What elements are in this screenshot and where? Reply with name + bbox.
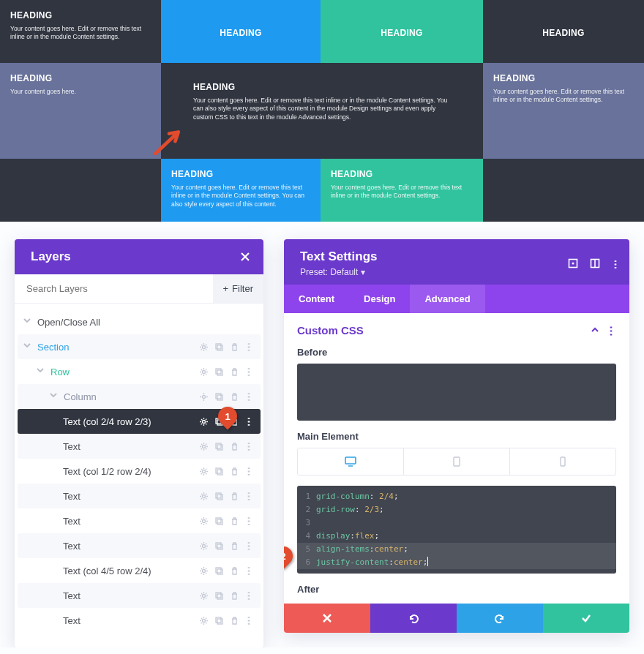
section-custom-css[interactable]: Custom CSS ⋯ (284, 313, 629, 347)
trash-icon[interactable] (230, 541, 239, 551)
undo-button[interactable] (370, 604, 457, 633)
svg-rect-22 (216, 518, 221, 523)
duplicate-icon[interactable] (214, 392, 224, 402)
cancel-button[interactable] (284, 604, 370, 633)
svg-rect-13 (216, 443, 221, 448)
svg-rect-42 (561, 457, 565, 466)
more-icon[interactable]: ⋯ (245, 492, 255, 501)
trash-icon[interactable] (230, 367, 239, 377)
more-icon[interactable]: ⋯ (245, 516, 255, 526)
duplicate-icon[interactable] (214, 492, 224, 501)
caret-down-icon (23, 317, 34, 327)
duplicate-icon[interactable] (214, 541, 224, 551)
svg-point-21 (203, 519, 206, 522)
duplicate-icon[interactable] (214, 367, 224, 377)
more-icon[interactable]: ⋯ (245, 467, 255, 476)
tab-content[interactable]: Content (284, 285, 349, 313)
tab-design[interactable]: Design (349, 285, 410, 313)
tree-module[interactable]: Text ⋯ (18, 484, 261, 508)
more-icon[interactable]: ⋯ (245, 392, 255, 402)
device-desktop[interactable] (298, 448, 404, 475)
tree-module[interactable]: Text (col 4/5 row 2/4) ⋯ (18, 558, 261, 583)
close-icon[interactable] (240, 252, 250, 262)
tree-module[interactable]: Text ⋯ (18, 434, 261, 459)
tree-section[interactable]: Section ⋯ (18, 334, 261, 359)
expand-icon[interactable] (568, 258, 578, 268)
trash-icon[interactable] (230, 442, 239, 451)
trash-icon[interactable] (230, 566, 239, 576)
device-tablet[interactable] (404, 448, 510, 475)
gear-icon[interactable] (199, 467, 209, 476)
gear-icon[interactable] (199, 367, 209, 377)
gear-icon[interactable] (199, 417, 209, 426)
duplicate-icon[interactable] (214, 467, 224, 476)
tree-column[interactable]: Column ⋯ (18, 384, 261, 409)
gear-icon[interactable] (199, 342, 209, 352)
tree-row-item[interactable]: Row ⋯ (18, 359, 261, 384)
gear-icon[interactable] (199, 492, 209, 501)
duplicate-icon[interactable] (214, 566, 224, 576)
trash-icon[interactable] (230, 342, 239, 352)
more-icon[interactable]: ⋯ (245, 442, 255, 451)
gear-icon[interactable] (199, 566, 209, 576)
main-element-editor[interactable]: 1grid-column: 2/4;2grid-row: 2/3;34displ… (297, 486, 616, 574)
gear-icon[interactable] (199, 616, 209, 625)
gear-icon[interactable] (199, 591, 209, 601)
duplicate-icon[interactable] (214, 616, 224, 625)
more-icon[interactable]: ⋯ (245, 367, 255, 377)
gear-icon[interactable] (199, 516, 209, 526)
tree-module[interactable]: Text ⋯ (18, 533, 261, 558)
duplicate-icon[interactable] (214, 591, 224, 601)
duplicate-icon[interactable] (214, 442, 224, 451)
more-icon[interactable]: ⋯ (605, 326, 618, 335)
search-input[interactable] (15, 274, 213, 303)
trash-icon[interactable] (230, 616, 239, 625)
trash-icon[interactable] (230, 516, 239, 526)
row-actions: ⋯ (199, 566, 261, 576)
column-icon[interactable] (590, 258, 600, 268)
cell-body: Your content goes here. Edit or remove t… (493, 88, 634, 105)
tree-module[interactable]: Text ⋯ (18, 608, 261, 633)
device-phone[interactable] (510, 448, 615, 475)
trash-icon[interactable] (230, 591, 239, 601)
more-icon[interactable]: ⋯ (245, 616, 255, 625)
before-label: Before (284, 347, 629, 364)
more-icon[interactable]: ⋯ (612, 258, 616, 268)
svg-rect-1 (216, 344, 221, 349)
grid-cell-highlighted: HEADING Your content goes here. Edit or … (161, 63, 483, 159)
caret-down-icon (37, 367, 47, 377)
more-icon[interactable]: ⋯ (245, 417, 255, 426)
confirm-button[interactable] (543, 604, 629, 633)
section-label: Section (37, 342, 199, 353)
tree-module[interactable]: Text ⋯ (18, 583, 261, 608)
open-close-all[interactable]: Open/Close All (18, 309, 261, 334)
layers-toolbar: + Filter (15, 274, 263, 304)
settings-title: Text Settings (300, 249, 568, 264)
more-icon[interactable]: ⋯ (245, 566, 255, 576)
trash-icon[interactable] (230, 392, 239, 402)
layers-header: Layers (15, 239, 263, 274)
trash-icon[interactable] (230, 492, 239, 501)
redo-button[interactable] (457, 604, 543, 633)
duplicate-icon[interactable] (214, 516, 224, 526)
svg-rect-19 (216, 493, 221, 498)
tab-advanced[interactable]: Advanced (410, 285, 484, 313)
gear-icon[interactable] (199, 392, 209, 402)
row-actions: ⋯ (199, 392, 261, 402)
more-icon[interactable]: ⋯ (245, 342, 255, 352)
svg-rect-28 (216, 568, 221, 573)
preset-selector[interactable]: Preset: Default ▾ (300, 267, 568, 277)
more-icon[interactable]: ⋯ (245, 591, 255, 601)
svg-point-24 (203, 544, 206, 547)
trash-icon[interactable] (230, 467, 239, 476)
duplicate-icon[interactable] (214, 342, 224, 352)
gear-icon[interactable] (199, 442, 209, 451)
cell-title: HEADING (171, 169, 310, 179)
tree-module[interactable]: Text ⋯ (18, 508, 261, 533)
more-icon[interactable]: ⋯ (245, 541, 255, 551)
gear-icon[interactable] (199, 541, 209, 551)
svg-point-12 (203, 445, 206, 448)
filter-button[interactable]: + Filter (213, 274, 263, 303)
before-editor[interactable] (297, 364, 616, 421)
tree-module[interactable]: Text (col 1/2 row 2/4) ⋯ (18, 459, 261, 484)
